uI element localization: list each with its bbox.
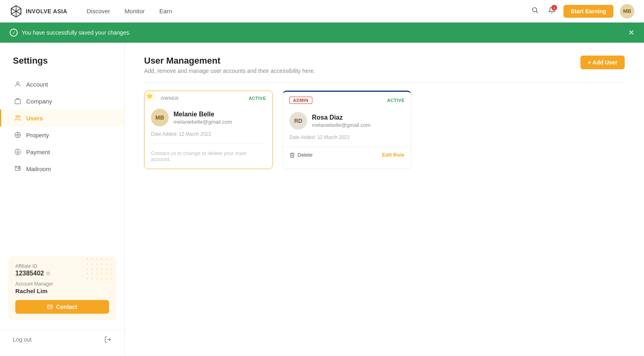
divider — [144, 82, 625, 83]
nav-link-monitor[interactable]: Monitor — [125, 6, 145, 16]
manager-name: Rachel Lim — [15, 288, 109, 294]
svg-point-4 — [533, 8, 537, 12]
admin-card-body: RD Rosa Diaz melaniebelle@gmail.com Date… — [283, 104, 411, 147]
notification-button[interactable]: 1 — [547, 5, 557, 17]
admin-date-added: Date Added: 12 March 2022 — [289, 135, 405, 140]
svg-point-39 — [106, 273, 107, 275]
start-earning-button[interactable]: Start Earning — [564, 5, 613, 18]
sidebar-nav: Account Company Users — [0, 76, 124, 177]
svg-point-32 — [101, 268, 103, 270]
svg-point-28 — [111, 263, 112, 265]
svg-point-27 — [106, 263, 107, 265]
delete-icon — [289, 152, 295, 158]
banner-message: You have successfully saved your changes… — [22, 29, 130, 36]
svg-point-43 — [96, 278, 98, 279]
svg-point-46 — [111, 278, 112, 279]
svg-point-20 — [101, 259, 103, 260]
affiliate-id-value: 12385402 — [15, 270, 44, 277]
svg-point-35 — [87, 273, 88, 275]
user-card-admin: ADMIN ACTIVE RD Rosa Diaz melaniebelle@g… — [283, 91, 411, 169]
sidebar-item-company[interactable]: Company — [0, 93, 124, 110]
sidebar-item-property-label: Property — [26, 132, 49, 139]
sidebar-item-users[interactable]: Users — [0, 110, 124, 126]
owner-star-icon: ⭐ — [144, 91, 155, 101]
logo[interactable]: INVOLVE ASIA — [10, 5, 67, 18]
owner-user-info: Melanie Belle melaniebelle@gmail.com — [173, 111, 232, 125]
owner-card-header: ⭐ OWNER ACTIVE — [144, 91, 272, 101]
edit-role-button[interactable]: Edit Role — [382, 152, 405, 158]
admin-user-row: RD Rosa Diaz melaniebelle@gmail.com — [289, 112, 405, 130]
svg-point-45 — [106, 278, 107, 279]
svg-point-23 — [87, 263, 88, 265]
sidebar-item-payment[interactable]: Payment — [0, 143, 124, 160]
top-nav: INVOLVE ASIA Discover Monitor Earn 1 Sta… — [0, 0, 644, 23]
page-layout: Settings Account Company Users — [0, 43, 644, 356]
sidebar-item-property[interactable]: Property — [0, 126, 124, 143]
delete-user-button[interactable]: Delete — [289, 152, 313, 158]
svg-point-18 — [91, 259, 93, 260]
svg-rect-7 — [15, 99, 21, 104]
owner-name: Melanie Belle — [173, 111, 232, 118]
svg-point-11 — [17, 134, 19, 136]
sidebar-item-account-label: Account — [26, 81, 48, 88]
user-avatar-nav[interactable]: MB — [620, 4, 634, 19]
svg-point-9 — [19, 116, 21, 118]
sidebar-item-account[interactable]: Account — [0, 76, 124, 93]
sidebar-item-mailroom[interactable]: Mailroom — [0, 160, 124, 177]
affiliate-dots-decoration — [84, 256, 116, 288]
owner-user-row: MB Melanie Belle melaniebelle@gmail.com — [151, 109, 266, 126]
contact-button[interactable]: Contact — [15, 300, 109, 314]
copy-id-button[interactable]: ⧉ — [46, 270, 50, 277]
users-icon — [14, 114, 21, 122]
owner-status-label: ACTIVE — [249, 96, 266, 101]
svg-point-17 — [87, 259, 88, 260]
svg-point-22 — [111, 259, 112, 260]
settings-title: Settings — [0, 56, 124, 76]
payment-icon — [14, 148, 21, 155]
logout-row[interactable]: Log out — [0, 330, 124, 349]
sidebar-item-payment-label: Payment — [26, 149, 50, 155]
svg-point-37 — [96, 273, 98, 275]
admin-role-label: ADMIN — [289, 97, 312, 104]
admin-email: melaniebelle@gmail.com — [312, 122, 370, 128]
search-button[interactable] — [530, 5, 540, 17]
admin-user-info: Rosa Diaz melaniebelle@gmail.com — [312, 114, 370, 128]
svg-point-25 — [96, 263, 98, 265]
logo-text: INVOLVE ASIA — [26, 8, 67, 14]
mailroom-icon — [14, 165, 21, 172]
banner-close-button[interactable]: ✕ — [628, 28, 634, 37]
add-user-button[interactable]: + Add User — [580, 56, 625, 69]
nav-link-earn[interactable]: Earn — [159, 6, 172, 16]
main-content: User Management Add, remove and manage u… — [125, 43, 644, 356]
svg-point-31 — [96, 268, 98, 270]
svg-point-24 — [91, 263, 93, 265]
owner-date-added: Date Added: 12 March 2022 — [151, 131, 266, 137]
sidebar-item-users-label: Users — [26, 115, 43, 122]
page-description: Add, remove and manage user accounts and… — [144, 68, 315, 74]
admin-avatar: RD — [289, 112, 307, 130]
svg-point-36 — [91, 273, 93, 275]
nav-actions: 1 Start Earning MB — [530, 4, 634, 19]
page-title: User Management — [144, 56, 315, 66]
user-cards: ⭐ OWNER ACTIVE MB Melanie Belle melanieb… — [144, 91, 625, 169]
user-card-owner: ⭐ OWNER ACTIVE MB Melanie Belle melanieb… — [144, 91, 273, 169]
svg-point-16 — [15, 149, 21, 155]
svg-point-6 — [17, 82, 19, 84]
logout-icon — [104, 336, 111, 343]
admin-name: Rosa Diaz — [312, 114, 370, 121]
account-icon — [14, 81, 21, 88]
svg-point-40 — [111, 273, 112, 275]
sidebar-item-company-label: Company — [26, 98, 52, 105]
svg-point-42 — [91, 278, 93, 279]
svg-point-30 — [91, 268, 93, 270]
sidebar-item-mailroom-label: Mailroom — [26, 166, 51, 172]
owner-card-body: MB Melanie Belle melaniebelle@gmail.com … — [144, 101, 272, 169]
nav-link-discover[interactable]: Discover — [87, 6, 110, 16]
admin-card-header: ADMIN ACTIVE — [283, 92, 411, 104]
logout-label: Log out — [13, 336, 32, 343]
notification-badge: 1 — [551, 5, 557, 10]
svg-point-26 — [101, 263, 103, 265]
svg-point-8 — [16, 116, 18, 118]
sidebar: Settings Account Company Users — [0, 43, 125, 356]
svg-point-44 — [101, 278, 103, 279]
